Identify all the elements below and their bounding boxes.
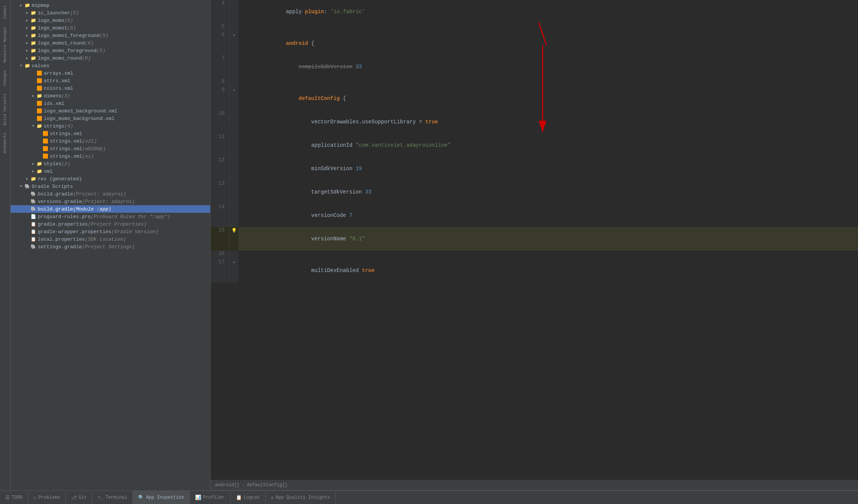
tree-item-logo-momo[interactable]: ▶ 📁 logo_momo (6) xyxy=(11,17,210,24)
tree-label: mipmap xyxy=(32,3,49,8)
gutter xyxy=(229,0,238,23)
sidebar-icon-bookmarks[interactable]: Bookmarks xyxy=(2,129,9,157)
tree-item-logo-momo1-fg[interactable]: ▶ 📁 logo_momo1_foreground (5) xyxy=(11,32,210,39)
tree-label: Gradle Scripts xyxy=(32,184,73,189)
tree-arrow: ▶ xyxy=(30,93,36,99)
sidebar-icon-resource-manager[interactable]: Resource Manager xyxy=(2,23,9,66)
tree-item-xml-folder[interactable]: ▶ 📁 xml xyxy=(11,167,210,175)
tree-arrow xyxy=(30,100,36,106)
tree-secondary: (6) xyxy=(82,55,91,61)
tree-arrow xyxy=(24,206,30,212)
sidebar-icon-commit[interactable]: Commit xyxy=(2,2,9,23)
xml-icon: 🟧 xyxy=(36,78,42,84)
sidebar-icon-changes[interactable]: Changes xyxy=(2,66,9,90)
tree-item-strings[interactable]: ▼ 📁 strings (4) xyxy=(11,122,210,130)
folder-icon: 📁 xyxy=(36,93,42,99)
tree-item-strings-xml-vi[interactable]: 🟧 strings.xml (vi) xyxy=(11,152,210,160)
sidebar-icon-build-variants[interactable]: Build Variants xyxy=(2,90,9,129)
gradle-icon: 🐘 xyxy=(30,244,36,250)
code-content-line xyxy=(238,250,858,259)
code-content-line: applicationId "com.vantinviet.adayroionl… xyxy=(238,134,858,157)
tree-item-ic-launcher[interactable]: ▶ 📁 ic_launcher (5) xyxy=(11,9,210,17)
tree-label: strings xyxy=(44,123,65,129)
tree-secondary: (vi) xyxy=(82,154,94,159)
side-panel-icons: Commit Resource Manager Changes Build Va… xyxy=(0,0,11,490)
tab-git[interactable]: ⎇ Git xyxy=(66,491,92,504)
tree-item-styles[interactable]: ▶ 📁 styles (2) xyxy=(11,160,210,167)
line-number: 16 xyxy=(211,250,229,259)
tree-item-settings-gradle[interactable]: 🐘 settings.gradle (Project Settings) xyxy=(11,243,210,250)
tree-item-strings-xml[interactable]: 🟧 strings.xml xyxy=(11,130,210,137)
fold-arrow[interactable]: ▼ xyxy=(233,261,235,265)
tab-profiler[interactable]: 📊 Profiler xyxy=(190,491,231,504)
tab-app-inspection[interactable]: 🔍 App Inspection xyxy=(133,491,190,504)
problems-icon: ⚠ xyxy=(34,495,37,501)
tree-label: gradle-wrapper.properties xyxy=(38,229,111,235)
breadcrumb-android[interactable]: android{} xyxy=(215,482,240,488)
tree-item-logo-momo1-round[interactable]: ▶ 📁 logo_momo1_round (6) xyxy=(11,39,210,47)
tree-secondary: (Project: adayroi) xyxy=(82,199,135,204)
gutter xyxy=(229,134,238,157)
tab-terminal[interactable]: >_ Terminal xyxy=(92,491,133,504)
tree-item-mipmap[interactable]: ▶ 📁 mipmap xyxy=(11,2,210,9)
tree-secondary: (2) xyxy=(62,161,70,167)
tree-secondary: (v21) xyxy=(82,138,97,144)
folder-icon: 📁 xyxy=(30,40,36,46)
code-content-line: versionCode 7 xyxy=(238,204,858,227)
tab-problems[interactable]: ⚠ Problems xyxy=(28,491,66,504)
tree-arrow xyxy=(24,244,30,250)
tree-secondary: (Project: adayroi) xyxy=(73,191,126,197)
tab-logcat[interactable]: 📋 Logcat xyxy=(231,491,266,504)
tab-git-label: Git xyxy=(78,495,87,500)
tree-item-logo-momo1-bg-xml[interactable]: 🟧 logo_momo1_background.xml xyxy=(11,107,210,115)
folder-icon: 📁 xyxy=(30,10,36,16)
tree-item-strings-xml-v21[interactable]: 🟧 strings.xml (v21) xyxy=(11,137,210,145)
code-editor[interactable]: 4 apply plugin: 'io.fabric' 5 xyxy=(211,0,858,480)
tree-arrow: ▶ xyxy=(24,25,30,31)
tree-item-build-gradle-project[interactable]: 🐘 build.gradle (Project: adayroi) xyxy=(11,190,210,198)
breadcrumb-default-config[interactable]: defaultConfig{} xyxy=(247,482,288,488)
tree-label: values xyxy=(32,63,49,69)
tree-label: logo_momo_background.xml xyxy=(44,116,114,121)
tree-item-logo-momo-fg[interactable]: ▶ 📁 logo_momo_foreground (5) xyxy=(11,47,210,54)
tree-item-values[interactable]: ▼ 📁 values xyxy=(11,62,210,69)
tree-item-build-gradle-app[interactable]: 🐘 build.gradle (Module :app) xyxy=(11,205,210,213)
tree-item-local-properties[interactable]: 📋 local.properties (SDK Location) xyxy=(11,235,210,243)
tree-item-logo-momo1[interactable]: ▶ 📁 logo_momo1 (6) xyxy=(11,24,210,32)
tree-item-res-generated[interactable]: ▶ 📁 res (generated) xyxy=(11,175,210,183)
tree-label: res (generated) xyxy=(38,176,82,182)
app-quality-icon: ◇ xyxy=(271,495,274,501)
tree-item-strings-xml-w820dp[interactable]: 🟧 strings.xml (w820dp) xyxy=(11,145,210,152)
tree-label: local.properties xyxy=(38,237,85,242)
gutter xyxy=(229,204,238,227)
tree-item-attrs-xml[interactable]: 🟧 attrs.xml xyxy=(11,77,210,85)
tree-item-versions-gradle[interactable]: 🐘 versions.gradle (Project: adayroi) xyxy=(11,198,210,205)
tab-app-quality[interactable]: ◇ App Quality Insights xyxy=(266,491,336,504)
tree-item-arrays-xml[interactable]: 🟧 arrays.xml xyxy=(11,69,210,77)
tree-arrow: ▶ xyxy=(24,176,30,182)
tab-app-inspection-label: App Inspection xyxy=(146,495,184,500)
fold-arrow[interactable]: ▼ xyxy=(233,34,235,38)
tree-item-logo-momo-round[interactable]: ▶ 📁 logo_momo_round (6) xyxy=(11,54,210,62)
tree-item-ids-xml[interactable]: 🟧 ids.xml xyxy=(11,100,210,107)
tree-arrow xyxy=(30,70,36,76)
tree-item-colors-xml[interactable]: 🟧 colors.xml xyxy=(11,85,210,92)
tree-label: styles xyxy=(44,161,62,167)
tree-item-gradle-scripts[interactable]: ▼ 🐘 Gradle Scripts xyxy=(11,183,210,190)
tree-label: logo_momo_foreground xyxy=(38,48,97,54)
logcat-icon: 📋 xyxy=(236,495,242,501)
tree-label: strings.xml xyxy=(50,138,82,144)
tree-secondary: (Project Properties) xyxy=(88,221,147,227)
code-line-17: 17 ▼ multiDexEnabled true xyxy=(211,259,858,282)
xml-icon: 🟧 xyxy=(36,115,42,121)
tree-item-gradle-properties[interactable]: 📋 gradle.properties (Project Properties) xyxy=(11,220,210,228)
fold-arrow[interactable]: ▼ xyxy=(233,89,235,93)
tree-item-dimens[interactable]: ▶ 📁 dimens (3) xyxy=(11,92,210,100)
tree-item-proguard[interactable]: 📄 proguard-rules.pro (ProGuard Rules for… xyxy=(11,213,210,220)
gradle-icon: 🐘 xyxy=(30,206,36,212)
folder-icon: 📁 xyxy=(30,55,36,61)
lightbulb-icon[interactable]: 💡 xyxy=(231,228,237,234)
tree-item-logo-momo-bg-xml[interactable]: 🟧 logo_momo_background.xml xyxy=(11,115,210,122)
tree-item-gradle-wrapper[interactable]: 📋 gradle-wrapper.properties (Gradle Vers… xyxy=(11,228,210,235)
tab-todo[interactable]: ☰ TODO xyxy=(0,491,28,504)
